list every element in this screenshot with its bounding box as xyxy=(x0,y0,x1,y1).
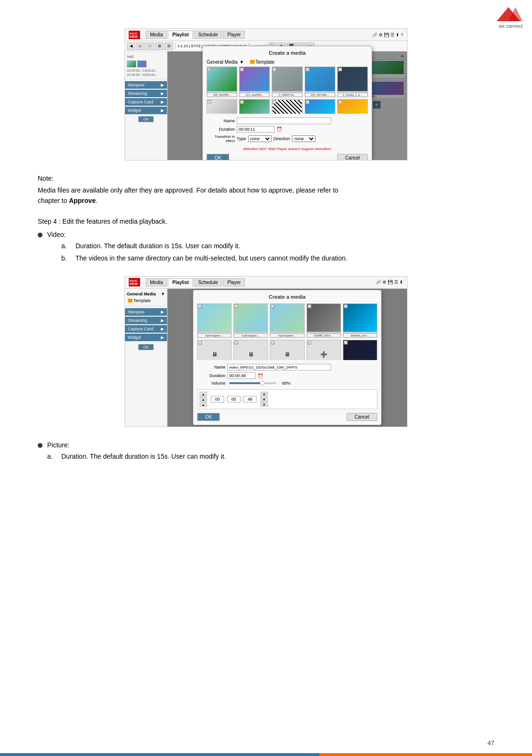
nav-tab-media-2[interactable]: Media xyxy=(146,278,167,286)
nav-tab-playlist-2[interactable]: Playlist xyxy=(168,278,193,286)
volume-slider[interactable] xyxy=(229,382,276,384)
toolbar-btn-3[interactable]: □ xyxy=(146,42,154,50)
nav-icon-help[interactable]: ? xyxy=(401,33,403,37)
picture-bullet-list: Picture: a. Duration. The default durati… xyxy=(38,441,494,465)
media-thumb-1[interactable]: ☑ 100_94e480... xyxy=(207,67,237,97)
time-down-buttons: ▼ ▼ ▼ xyxy=(260,392,268,407)
nav-tab-schedule-2[interactable]: Schedule xyxy=(194,278,222,286)
media-thumb-2-7[interactable]: ☐ 🖥 lite@3x_b90... xyxy=(233,340,268,360)
thumb-2-img-8: 🖥 xyxy=(270,340,304,360)
check-2-2: ☐ xyxy=(234,304,238,308)
sidebar-ok-2: OK xyxy=(125,344,167,350)
check-9: ☐ xyxy=(306,100,309,104)
template-item: Template xyxy=(250,59,275,65)
time-s-input[interactable] xyxy=(243,396,257,403)
form-duration-input-1[interactable] xyxy=(237,126,274,133)
thumb-2-label-4: 192MB_0914-... xyxy=(308,334,340,337)
time-up-s[interactable]: ▲ xyxy=(200,402,207,407)
media-thumb-8[interactable]: ☐ 4_d92d47... xyxy=(272,99,302,114)
sidebar-ok-btn[interactable]: OK xyxy=(138,116,154,122)
form-duration-input-2[interactable] xyxy=(227,372,256,379)
form-name-input-1[interactable] xyxy=(237,118,331,124)
thumb-img-7 xyxy=(240,100,269,114)
sidebar-capture-1[interactable]: Capture Card ▶ xyxy=(125,98,167,106)
media-thumb-2-6[interactable]: ☐ 🖥 lite@3x_de0... xyxy=(197,340,232,360)
form-row-transition-1: Transition in effect Type none Direction… xyxy=(207,134,368,143)
thumb-2-img-6: 🖥 xyxy=(198,340,231,360)
media-thumb-2-10[interactable]: ☐ T0_db9b5e6... xyxy=(343,340,377,360)
sidebar-capture-2[interactable]: Capture Card ▶ xyxy=(125,325,167,333)
modal-cancel-btn-1[interactable]: Cancel xyxy=(337,154,368,161)
sidebar-streaming-2[interactable]: Streaming ▶ xyxy=(125,317,167,324)
time-down-s[interactable]: ▼ xyxy=(260,402,268,407)
toolbar-btn-5[interactable]: ⊟ xyxy=(165,42,173,50)
time-h-input[interactable] xyxy=(211,396,224,403)
media-thumb-2-9[interactable]: ☐ ➕ plus_c15485... xyxy=(307,340,341,360)
time-up-m[interactable]: ▲ xyxy=(200,397,207,402)
toolbar-btn-4[interactable]: ⊞ xyxy=(155,42,164,50)
nav-icon-link[interactable]: 🔗 xyxy=(372,33,377,37)
template-label-2: Template xyxy=(133,298,151,303)
media-thumb-6[interactable]: ☐ 333_c61776... xyxy=(207,99,237,114)
modal-ok-btn-1[interactable]: OK xyxy=(207,154,229,161)
modal-cancel-btn-2[interactable]: Cancel xyxy=(347,413,377,421)
thumb-2-img-2 xyxy=(234,304,267,332)
nav-icon-list[interactable]: ☰ xyxy=(391,33,394,37)
media-thumb-2-3[interactable]: ☐ hydrangeas-... xyxy=(270,303,304,338)
slider-thumb[interactable] xyxy=(260,381,265,386)
time-m-input[interactable] xyxy=(227,396,241,403)
main-area-2: Create a media ☐ hydrangeas-... xyxy=(167,289,407,427)
form-name-input-2[interactable] xyxy=(227,364,331,370)
form-row-name-2: Name xyxy=(197,364,377,370)
form-duration-label-2: Duration xyxy=(197,373,225,378)
form-name-label-2: Name xyxy=(197,365,225,370)
check-2-10: ☐ xyxy=(344,341,348,344)
bullet-list: Video: a. Duration. The default duration… xyxy=(38,231,494,267)
media-thumb-4[interactable]: ☐ 222_e87A8b... xyxy=(305,67,335,97)
note-text-1: Media files are available only after the… xyxy=(38,186,338,194)
nav-icon-gear[interactable]: ⚙ xyxy=(379,33,382,37)
nav-icon-link-2[interactable]: 🔗 xyxy=(376,280,381,285)
nav-tab-player[interactable]: Player xyxy=(223,31,245,39)
media-thumb-2[interactable]: ☐ 111_ase036... xyxy=(239,67,270,97)
check-2-6: ☐ xyxy=(198,341,202,344)
toolbar-btn-2[interactable]: ▷ xyxy=(136,42,145,50)
nav-icon-save[interactable]: 💾 xyxy=(384,33,389,37)
time-up-h[interactable]: ▲ xyxy=(200,392,207,396)
nav-icon-upload[interactable]: ⬆ xyxy=(396,33,399,37)
sidebar-widget-2[interactable]: Widget ▶ xyxy=(125,334,167,341)
media-thumb-2-2[interactable]: ☐ hydrangeas-... xyxy=(233,303,268,338)
time-down-h[interactable]: ▼ xyxy=(260,392,268,396)
media-thumb-10[interactable]: ☐ apple12_e31... xyxy=(337,99,368,114)
media-thumb-2-8[interactable]: ☐ 🖥 line_5157288... xyxy=(270,340,304,360)
sidebar-marquee-2[interactable]: Marquee ▶ xyxy=(125,308,167,316)
media-thumb-3[interactable]: ☐ 1_04fb071a... xyxy=(272,67,302,97)
sidebar-marquee-1[interactable]: Marquee ▶ xyxy=(125,81,167,89)
modal-ok-btn-2[interactable]: OK xyxy=(197,413,220,421)
media-thumb-9[interactable]: ☐ Android.png xyxy=(305,99,335,114)
media-thumb-5[interactable]: ☐ 2_media_1_b... xyxy=(337,67,368,97)
nav-tab-player-2[interactable]: Player xyxy=(223,278,245,286)
nav-tab-media[interactable]: Media xyxy=(146,31,167,39)
sidebar-streaming-1[interactable]: Streaming ▶ xyxy=(125,90,167,97)
nav-icon-gear-2[interactable]: ⚙ xyxy=(382,280,386,285)
time-down-m[interactable]: ▼ xyxy=(260,397,268,402)
sidebar-widget-1[interactable]: Widget ▶ xyxy=(125,107,167,114)
media-thumb-7[interactable]: ☐ 0e2b_71647... xyxy=(239,99,270,114)
direction-label-1: Direction xyxy=(274,136,291,141)
bullet-video: Video: a. Duration. The default duration… xyxy=(38,231,494,267)
nav-icon-save-2[interactable]: 💾 xyxy=(388,280,393,285)
media-thumb-2-4[interactable]: ☐ 192MB_0914-... xyxy=(307,303,341,338)
nav-icon-list-2[interactable]: ☰ xyxy=(394,280,398,285)
direction-select-1[interactable]: none xyxy=(292,135,316,142)
nav-icon-upload-2[interactable]: ⬆ xyxy=(399,280,403,285)
type-select-1[interactable]: none xyxy=(248,135,272,142)
sidebar-ok-btn-2[interactable]: OK xyxy=(138,344,154,350)
media-thumb-2-5[interactable]: ☐ Jellyfish_0sc-... xyxy=(343,303,377,338)
modal-overlay-1: Create a media General Media ▼ Template xyxy=(167,51,407,160)
media-thumb-2-1[interactable]: ☐ hydrangeas-... xyxy=(197,303,232,338)
check-2-5: ☐ xyxy=(344,304,348,308)
nav-tab-playlist[interactable]: Playlist xyxy=(168,31,193,39)
toolbar-btn-1[interactable]: ◀ xyxy=(127,42,135,50)
nav-tab-schedule[interactable]: Schedule xyxy=(194,31,222,39)
